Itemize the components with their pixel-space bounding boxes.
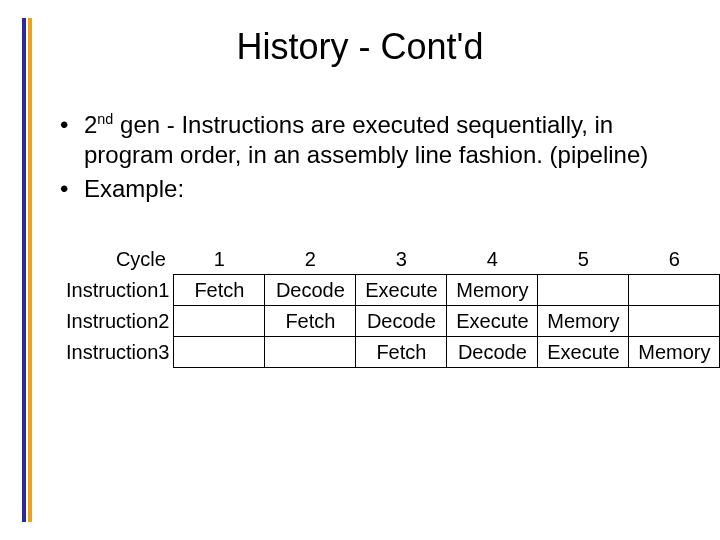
bullet-item: 2nd gen - Instructions are executed sequ…: [60, 110, 680, 170]
slide-title: History - Cont'd: [0, 26, 720, 68]
table-row: Instruction2 Fetch Decode Execute Memory: [60, 306, 720, 337]
table-cell: Memory: [447, 275, 538, 306]
table-cell: Execute: [538, 337, 629, 368]
row-label: Instruction3: [60, 337, 174, 368]
row-label: Instruction1: [60, 275, 174, 306]
table-cell: [265, 337, 356, 368]
bullet-list: 2nd gen - Instructions are executed sequ…: [60, 110, 680, 204]
table-cell: Execute: [356, 275, 447, 306]
table-cell: [174, 337, 265, 368]
pipeline-table: Cycle 1 2 3 4 5 6 Instruction1 Fetch Dec…: [60, 244, 680, 368]
table-cell: [629, 306, 720, 337]
table-corner-label: Cycle: [60, 244, 174, 275]
table-cell: [174, 306, 265, 337]
table-cell: Execute: [447, 306, 538, 337]
bullet-text-pre: Example:: [84, 175, 184, 202]
table-row: Instruction3 Fetch Decode Execute Memory: [60, 337, 720, 368]
col-header: 1: [174, 244, 265, 275]
bullet-text-sup: nd: [97, 111, 113, 127]
accent-stripe-orange: [28, 18, 32, 522]
slide-body: 2nd gen - Instructions are executed sequ…: [60, 110, 680, 368]
bullet-item: Example:: [60, 174, 680, 204]
table-cell: Fetch: [265, 306, 356, 337]
table-cell: Fetch: [356, 337, 447, 368]
col-header: 6: [629, 244, 720, 275]
bullet-text-pre: 2: [84, 111, 97, 138]
col-header: 5: [538, 244, 629, 275]
row-label: Instruction2: [60, 306, 174, 337]
table-cell: Fetch: [174, 275, 265, 306]
col-header: 3: [356, 244, 447, 275]
table-header-row: Cycle 1 2 3 4 5 6: [60, 244, 720, 275]
table-cell: Decode: [265, 275, 356, 306]
col-header: 2: [265, 244, 356, 275]
bullet-text-post: gen - Instructions are executed sequenti…: [84, 111, 648, 168]
slide: History - Cont'd 2nd gen - Instructions …: [0, 0, 720, 540]
col-header: 4: [447, 244, 538, 275]
table-cell: [538, 275, 629, 306]
table-cell: [629, 275, 720, 306]
table-cell: Memory: [538, 306, 629, 337]
table-cell: Decode: [356, 306, 447, 337]
table-row: Instruction1 Fetch Decode Execute Memory: [60, 275, 720, 306]
table-cell: Memory: [629, 337, 720, 368]
table-cell: Decode: [447, 337, 538, 368]
accent-stripe-blue: [22, 18, 26, 522]
